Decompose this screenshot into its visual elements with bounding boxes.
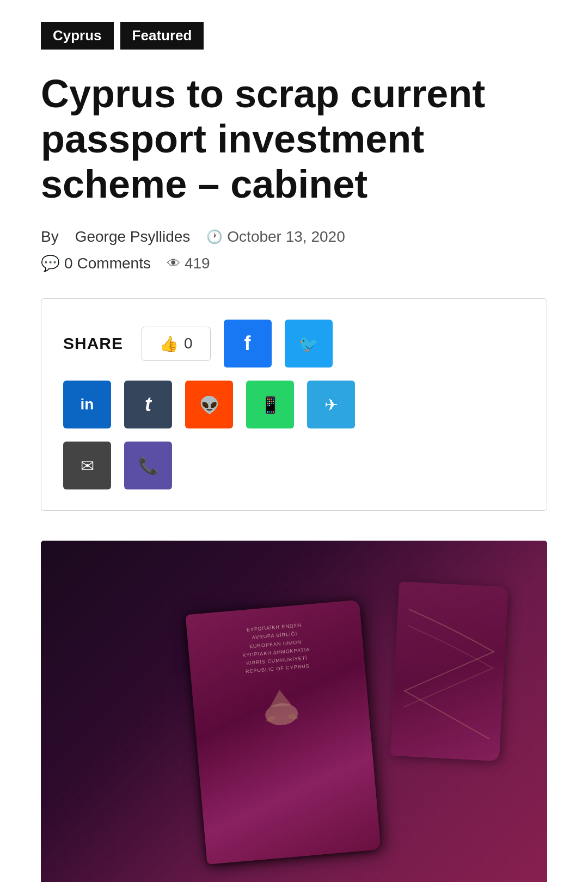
article-container: Cyprus Featured Cyprus to scrap current … bbox=[0, 0, 588, 882]
reddit-share-button[interactable]: 👽 bbox=[185, 381, 233, 428]
tumblr-share-button[interactable]: t bbox=[124, 381, 172, 428]
eye-icon: 👁 bbox=[167, 256, 180, 271]
publish-date: October 13, 2020 bbox=[227, 228, 345, 246]
share-label: SHARE bbox=[63, 334, 123, 353]
clock-icon: 🕐 bbox=[206, 229, 223, 244]
author-name[interactable]: George Psyllides bbox=[75, 228, 191, 246]
article-title: Cyprus to scrap current passport investm… bbox=[41, 71, 547, 206]
telegram-share-button[interactable]: ✈ bbox=[307, 381, 355, 428]
date-wrapper: 🕐 October 13, 2020 bbox=[206, 228, 345, 246]
share-row-2: in t 👽 📱 ✈ bbox=[63, 381, 525, 428]
comments-label: Comments bbox=[77, 255, 151, 272]
linkedin-share-button[interactable]: in bbox=[63, 381, 111, 428]
telegram-icon: ✈ bbox=[324, 395, 338, 414]
share-box: SHARE 👍 0 f 🐦 in t 👽 📱 bbox=[41, 298, 547, 511]
thumbs-up-icon: 👍 bbox=[160, 335, 179, 353]
tumblr-icon: t bbox=[145, 393, 151, 416]
svg-marker-1 bbox=[268, 689, 291, 707]
email-icon: ✉ bbox=[81, 456, 94, 475]
passport-visual: ΕΥΡΩΠΑΪΚΗ ΕΝΩΣΗ AVRUPA BİRLİĞİ EUROPEAN … bbox=[41, 541, 547, 882]
facebook-share-button[interactable]: f bbox=[224, 320, 272, 367]
tag-cyprus[interactable]: Cyprus bbox=[41, 22, 114, 50]
twitter-icon: 🐦 bbox=[298, 334, 318, 353]
facebook-icon: f bbox=[244, 332, 251, 355]
passport-book: ΕΥΡΩΠΑΪΚΗ ΕΝΩΣΗ AVRUPA BİRLİĞİ EUROPEAN … bbox=[186, 600, 381, 865]
comments-count: 0 bbox=[64, 255, 73, 272]
viber-icon: 📞 bbox=[138, 456, 158, 475]
like-button[interactable]: 👍 0 bbox=[142, 327, 211, 361]
whatsapp-icon: 📱 bbox=[260, 395, 280, 414]
like-count: 0 bbox=[184, 335, 193, 352]
comments-link[interactable]: 💬 0 Comments bbox=[41, 254, 151, 272]
tags-row: Cyprus Featured bbox=[41, 22, 547, 50]
comment-bubble-icon: 💬 bbox=[41, 254, 60, 272]
viber-share-button[interactable]: 📞 bbox=[124, 442, 172, 489]
views-count: 419 bbox=[185, 255, 210, 272]
views-wrapper: 👁 419 bbox=[167, 255, 210, 272]
whatsapp-share-button[interactable]: 📱 bbox=[246, 381, 294, 428]
email-share-button[interactable]: ✉ bbox=[63, 442, 111, 489]
meta-row: By George Psyllides 🕐 October 13, 2020 bbox=[41, 228, 547, 246]
passport-image: ΕΥΡΩΠΑΪΚΗ ΕΝΩΣΗ AVRUPA BİRLİĞİ EUROPEAN … bbox=[41, 541, 547, 882]
passport-text: ΕΥΡΩΠΑΪΚΗ ΕΝΩΣΗ AVRUPA BİRLİĞİ EUROPEAN … bbox=[229, 620, 323, 678]
reddit-icon: 👽 bbox=[199, 395, 219, 414]
share-row-1: SHARE 👍 0 f 🐦 bbox=[63, 320, 525, 367]
linkedin-icon: in bbox=[81, 396, 94, 413]
share-row-3: ✉ 📞 bbox=[63, 442, 525, 489]
by-label: By bbox=[41, 228, 59, 246]
twitter-share-button[interactable]: 🐦 bbox=[285, 320, 333, 367]
cyprus-emblem-svg bbox=[252, 682, 311, 741]
second-passport bbox=[390, 581, 508, 761]
tag-featured[interactable]: Featured bbox=[120, 22, 204, 50]
comments-row: 💬 0 Comments 👁 419 bbox=[41, 254, 547, 272]
